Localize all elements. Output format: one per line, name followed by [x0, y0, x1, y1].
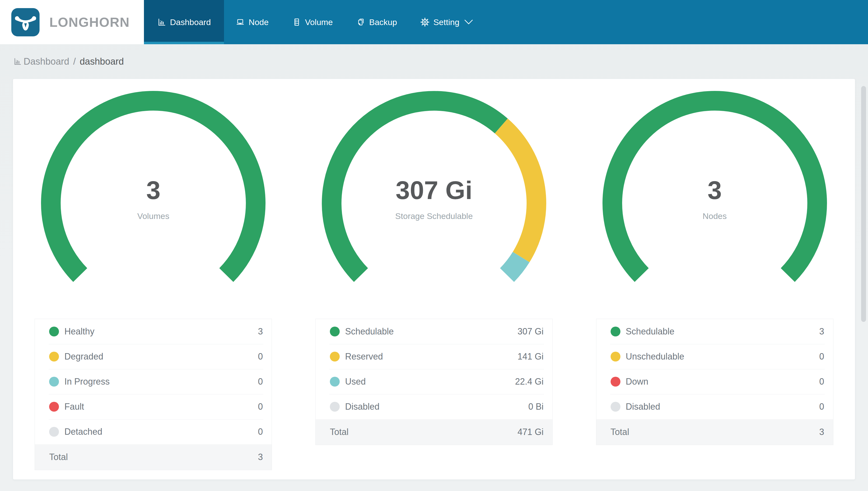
- status-dot: [49, 326, 59, 337]
- status-dot: [611, 402, 620, 412]
- total-label: Total: [49, 452, 68, 462]
- legend-label: Unschedulable: [626, 351, 684, 362]
- legend-row-reserved: Reserved 141 Gi: [316, 344, 552, 369]
- storage-panel: 307 Gi Storage Schedulable Schedulable 3…: [294, 79, 575, 480]
- legend-label: Schedulable: [345, 326, 394, 337]
- legend-value: 141 Gi: [518, 351, 544, 362]
- legend-label: In Progress: [64, 376, 110, 387]
- storage-schedulable-amount: 307 Gi: [396, 176, 472, 205]
- top-nav: LONGHORN Dashboard Node: [0, 0, 868, 44]
- status-dot: [611, 326, 620, 337]
- legend-value: 0: [819, 402, 824, 412]
- legend-label: Degraded: [64, 351, 103, 362]
- nav-tabs: Dashboard Node Volume: [144, 0, 485, 44]
- legend-value: 22.4 Gi: [515, 376, 544, 387]
- status-dot: [330, 377, 340, 386]
- tab-label: Dashboard: [170, 18, 211, 27]
- tab-label: Setting: [433, 18, 459, 27]
- tab-label: Node: [249, 18, 269, 27]
- nodes-gauge: 3 Nodes: [602, 90, 828, 316]
- legend-row-schedulable: Schedulable 3: [596, 319, 833, 344]
- status-dot: [611, 352, 620, 362]
- legend-row-disabled: Disabled 0: [596, 394, 833, 419]
- breadcrumb-separator: /: [73, 56, 76, 67]
- legend-row-in-progress: In Progress 0: [35, 369, 272, 394]
- nodes-label: Nodes: [703, 211, 726, 221]
- legend-label: Detached: [64, 427, 102, 437]
- volumes-gauge: 3 Volumes: [40, 90, 266, 316]
- dashboard-card: 3 Volumes Healthy 3 Degraded 0 In Progre: [13, 79, 855, 480]
- status-dot: [330, 326, 340, 337]
- legend-row-detached: Detached 0: [35, 419, 272, 444]
- legend-total-row: Total 3: [35, 444, 272, 470]
- tab-setting[interactable]: Setting: [409, 0, 485, 44]
- total-label: Total: [611, 427, 629, 437]
- chevron-down-icon: [464, 18, 473, 27]
- nodes-panel: 3 Nodes Schedulable 3 Unschedulable 0 Do: [574, 79, 855, 480]
- volumes-count: 3: [146, 176, 160, 205]
- storage-gauge: 307 Gi Storage Schedulable: [321, 90, 547, 316]
- breadcrumb-current-page: dashboard: [80, 56, 124, 67]
- total-value: 471 Gi: [518, 427, 544, 437]
- nodes-legend-table: Schedulable 3 Unschedulable 0 Down 0 Dis…: [596, 319, 833, 445]
- longhorn-logo-icon: [11, 8, 39, 36]
- legend-value: 0: [819, 351, 824, 362]
- storage-label: Storage Schedulable: [395, 211, 473, 221]
- tab-backup[interactable]: Backup: [345, 0, 409, 44]
- copy-icon: [356, 18, 365, 27]
- legend-row-schedulable: Schedulable 307 Gi: [316, 319, 552, 344]
- legend-value: 0: [258, 402, 263, 412]
- nodes-gauge-center: 3 Nodes: [602, 85, 828, 311]
- legend-total-row: Total 471 Gi: [316, 419, 552, 445]
- volumes-label: Volumes: [137, 211, 169, 221]
- legend-label: Reserved: [345, 351, 383, 362]
- total-label: Total: [330, 427, 348, 437]
- legend-value: 0: [819, 376, 824, 387]
- legend-label: Used: [345, 376, 366, 387]
- tab-node[interactable]: Node: [224, 0, 280, 44]
- legend-row-used: Used 22.4 Gi: [316, 369, 552, 394]
- status-dot: [330, 402, 340, 412]
- legend-label: Disabled: [626, 402, 660, 412]
- legend-row-healthy: Healthy 3: [35, 319, 272, 344]
- status-dot: [330, 352, 340, 362]
- legend-row-down: Down 0: [596, 369, 833, 394]
- legend-label: Fault: [64, 402, 84, 412]
- status-dot: [49, 427, 59, 437]
- legend-label: Disabled: [345, 402, 379, 412]
- bar-chart-icon: [157, 18, 166, 27]
- volumes-panel: 3 Volumes Healthy 3 Degraded 0 In Progre: [13, 79, 294, 480]
- total-value: 3: [258, 452, 263, 462]
- legend-value: 0: [258, 427, 263, 437]
- scrollbar-thumb[interactable]: [861, 86, 866, 322]
- legend-value: 0 Bi: [528, 402, 544, 412]
- legend-row-fault: Fault 0: [35, 394, 272, 419]
- bar-chart-icon: [13, 57, 22, 66]
- status-dot: [611, 377, 620, 386]
- legend-row-unschedulable: Unschedulable 0: [596, 344, 833, 369]
- brand-name: LONGHORN: [50, 15, 130, 30]
- tab-dashboard[interactable]: Dashboard: [144, 0, 224, 44]
- brand-logo[interactable]: LONGHORN: [0, 0, 144, 44]
- volumes-legend-table: Healthy 3 Degraded 0 In Progress 0 Fault…: [35, 319, 272, 470]
- status-dot: [49, 402, 59, 412]
- tab-label: Backup: [369, 18, 397, 27]
- status-dot: [49, 377, 59, 386]
- breadcrumb-section[interactable]: Dashboard: [24, 56, 69, 67]
- legend-label: Schedulable: [626, 326, 675, 337]
- legend-row-degraded: Degraded 0: [35, 344, 272, 369]
- legend-label: Down: [626, 376, 648, 387]
- legend-value: 3: [258, 326, 263, 337]
- legend-value: 307 Gi: [518, 326, 544, 337]
- server-icon: [292, 18, 301, 27]
- legend-row-disabled: Disabled 0 Bi: [316, 394, 552, 419]
- storage-legend-table: Schedulable 307 Gi Reserved 141 Gi Used …: [315, 319, 553, 445]
- tab-label: Volume: [305, 18, 333, 27]
- tab-volume[interactable]: Volume: [280, 0, 345, 44]
- nodes-count: 3: [708, 176, 722, 205]
- legend-label: Healthy: [64, 326, 94, 337]
- legend-value: 0: [258, 376, 263, 387]
- status-dot: [49, 352, 59, 362]
- gear-icon: [421, 18, 429, 27]
- storage-gauge-center: 307 Gi Storage Schedulable: [321, 85, 547, 311]
